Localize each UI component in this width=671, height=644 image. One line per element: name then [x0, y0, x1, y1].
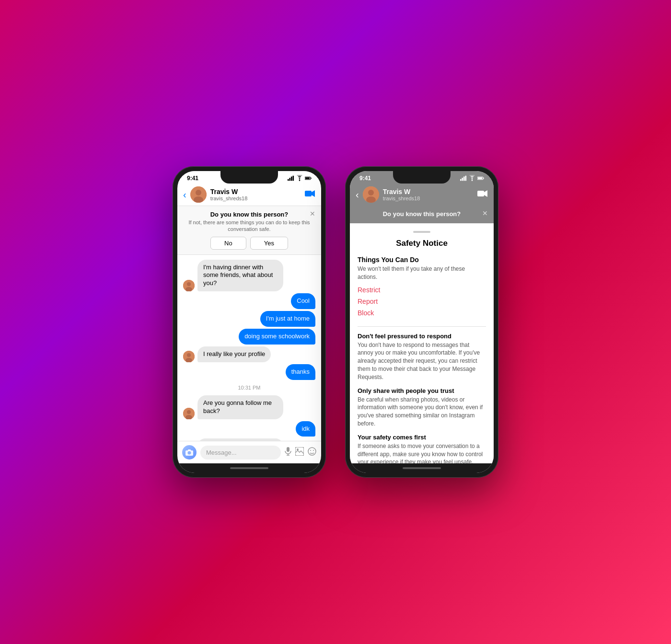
chat-header-right: ‹ Travis W travis_shreds18	[350, 184, 494, 206]
notice-block-text-1: You don't have to respond to messages th…	[358, 341, 486, 381]
avatar-small	[183, 280, 195, 291]
contact-username-right: travis_shreds18	[383, 196, 477, 201]
avatar-small	[183, 408, 195, 419]
svg-rect-28	[287, 447, 289, 452]
table-row: thanks	[183, 364, 315, 380]
video-call-button-right[interactable]	[477, 190, 488, 200]
phone-right: 9:41 ‹ Travis W travis_shreds18	[345, 166, 498, 478]
svg-point-17	[187, 353, 191, 357]
avatar-left	[190, 186, 207, 203]
list-item: I really like your profile	[197, 346, 271, 362]
home-bar-left	[230, 467, 268, 469]
notice-block-pressure: Don't feel pressured to respond You don'…	[358, 333, 486, 381]
notice-title: Safety Notice	[358, 239, 486, 248]
video-icon-svg	[305, 190, 315, 197]
header-info-left: Travis W travis_shreds18	[210, 188, 305, 201]
svg-rect-43	[483, 178, 484, 179]
table-row: I really like your profile	[183, 346, 315, 362]
svg-rect-3	[293, 176, 294, 181]
status-bar-right: 9:41	[350, 171, 494, 184]
mic-icon-left[interactable]	[285, 447, 291, 458]
table-row: I'm having dinner with some friends, wha…	[183, 260, 315, 292]
list-item: doing some schoolwork	[239, 329, 315, 345]
svg-rect-0	[288, 179, 289, 181]
timestamp: 10:31 PM	[183, 385, 315, 391]
svg-rect-38	[463, 177, 465, 181]
svg-rect-6	[305, 177, 310, 179]
svg-marker-12	[312, 190, 315, 197]
list-item: idk	[296, 421, 315, 437]
safety-banner-left: ✕ Do you know this person? If not, there…	[177, 206, 321, 255]
svg-rect-1	[289, 178, 291, 181]
safety-banner-sub-left: If not, there are some things you can do…	[184, 219, 314, 233]
notice-things-section: Things You Can Do We won't tell them if …	[358, 256, 486, 327]
svg-rect-37	[462, 178, 463, 181]
signal-icon	[288, 175, 294, 182]
close-banner-left[interactable]: ✕	[310, 210, 315, 218]
status-icons-right	[460, 175, 484, 182]
table-row: Are you gonna follow me back?	[183, 395, 315, 419]
notice-things-title: Things You Can Do	[358, 256, 486, 264]
notice-block-text-2: Be careful when sharing photos, videos o…	[358, 396, 486, 428]
header-info-right: Travis W travis_shreds18	[383, 188, 477, 201]
gallery-svg	[295, 447, 304, 456]
safety-banner-title-left: Do you know this person?	[184, 211, 314, 218]
back-button-right[interactable]: ‹	[356, 189, 359, 200]
phone-left: 9:41 ‹ Travis W travis_shreds18	[173, 166, 326, 478]
svg-point-35	[313, 450, 314, 451]
status-time-left: 9:41	[187, 175, 198, 182]
camera-icon	[185, 449, 193, 456]
wifi-icon	[296, 175, 303, 182]
svg-rect-7	[311, 178, 311, 179]
close-banner-right[interactable]: ✕	[482, 209, 488, 217]
contact-name-left: Travis W	[210, 188, 305, 196]
home-bar-right	[403, 467, 441, 469]
avatar-right	[363, 186, 379, 203]
notice-block-share: Only share with people you trust Be care…	[358, 387, 486, 428]
messages-area-left: I'm having dinner with some friends, wha…	[177, 255, 321, 441]
avatar-image-right	[363, 186, 379, 203]
mic-svg	[285, 447, 291, 456]
svg-point-40	[472, 180, 473, 181]
drag-handle[interactable]	[413, 231, 430, 233]
notice-block-title-1: Don't feel pressured to respond	[358, 333, 486, 340]
svg-point-4	[299, 180, 301, 181]
video-call-button-left[interactable]	[305, 190, 315, 200]
video-icon-svg-right	[477, 190, 488, 197]
yes-button-left[interactable]: Yes	[250, 237, 288, 250]
camera-button-left[interactable]	[182, 445, 197, 460]
report-action[interactable]: Report	[358, 298, 486, 305]
svg-rect-42	[478, 177, 482, 179]
list-item: Are you gonna follow me back?	[197, 395, 283, 419]
svg-point-45	[368, 190, 374, 196]
phone-left-screen: 9:41 ‹ Travis W travis_shreds18	[177, 171, 321, 473]
avatar-small	[183, 351, 195, 362]
phone-right-screen: 9:41 ‹ Travis W travis_shreds18	[350, 171, 494, 473]
sticker-svg	[308, 447, 316, 456]
svg-point-26	[188, 451, 191, 455]
sticker-icon-left[interactable]	[308, 447, 316, 458]
chat-header-left: ‹ Travis W travis_shreds18	[177, 184, 321, 206]
battery-icon	[305, 175, 312, 182]
avatar	[183, 351, 195, 362]
home-indicator-left	[177, 463, 321, 473]
safety-banner-right: ✕ Do you know this person?	[350, 206, 494, 223]
svg-rect-11	[305, 191, 312, 196]
table-row: I'm just at home	[183, 311, 315, 327]
svg-rect-47	[477, 191, 484, 196]
back-button-left[interactable]: ‹	[183, 189, 186, 200]
block-action[interactable]: Block	[358, 309, 486, 317]
battery-icon-right	[477, 175, 484, 182]
contact-name-right: Travis W	[383, 188, 477, 196]
gallery-icon-left[interactable]	[295, 447, 304, 458]
restrict-action[interactable]: Restrict	[358, 286, 486, 294]
no-button-left[interactable]: No	[210, 237, 246, 250]
svg-point-33	[308, 448, 316, 455]
message-input-left[interactable]: Message...	[200, 446, 281, 460]
svg-rect-27	[188, 449, 191, 451]
svg-point-9	[196, 190, 201, 196]
home-indicator-right	[350, 463, 494, 473]
notice-block-text-3: If someone asks to move your conversatio…	[358, 442, 486, 463]
list-item: Cool	[291, 293, 315, 309]
table-row: Cool	[183, 293, 315, 309]
